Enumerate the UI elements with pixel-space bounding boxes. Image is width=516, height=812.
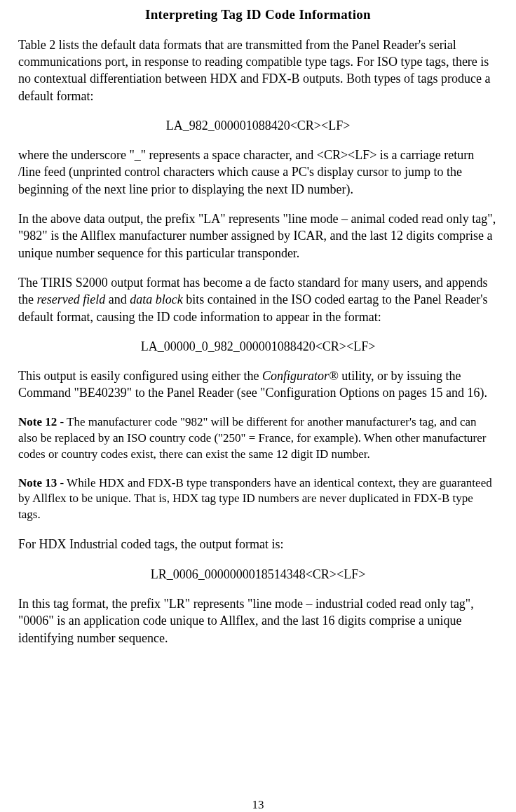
italic-reserved-field: reserved field: [37, 292, 106, 306]
note-13-body: - While HDX and FDX-B type transponders …: [18, 476, 492, 522]
paragraph-tiris: The TIRIS S2000 output format has become…: [18, 274, 498, 325]
paragraph-configurator: This output is easily configured using e…: [18, 367, 498, 402]
text-run: This output is easily configured using e…: [18, 369, 262, 383]
page-title: Interpreting Tag ID Code Information: [18, 6, 498, 24]
italic-configurator: Configurator®: [262, 369, 339, 383]
code-sample-2: LA_00000_0_982_000001088420<CR><LF>: [18, 338, 498, 355]
paragraph-hdx-industrial: For HDX Industrial coded tags, the outpu…: [18, 536, 498, 553]
paragraph-underscore: where the underscore "_" represents a sp…: [18, 147, 498, 198]
note-13: Note 13 - While HDX and FDX-B type trans…: [18, 475, 498, 524]
paragraph-prefix-lr: In this tag format, the prefix "LR" repr…: [18, 595, 498, 647]
note-13-label: Note 13: [18, 476, 57, 489]
note-12-body: - The manufacturer code "982" will be di…: [18, 415, 486, 461]
code-sample-3: LR_0006_0000000018514348<CR><LF>: [18, 566, 498, 583]
paragraph-intro: Table 2 lists the default data formats t…: [18, 36, 498, 104]
text-run: and: [105, 292, 130, 306]
note-12-label: Note 12: [18, 415, 57, 428]
note-12: Note 12 - The manufacturer code "982" wi…: [18, 414, 498, 463]
italic-data-block: data block: [130, 292, 182, 306]
page-number: 13: [18, 797, 498, 812]
paragraph-prefix-la: In the above data output, the prefix "LA…: [18, 210, 498, 262]
code-sample-1: LA_982_000001088420<CR><LF>: [18, 117, 498, 134]
